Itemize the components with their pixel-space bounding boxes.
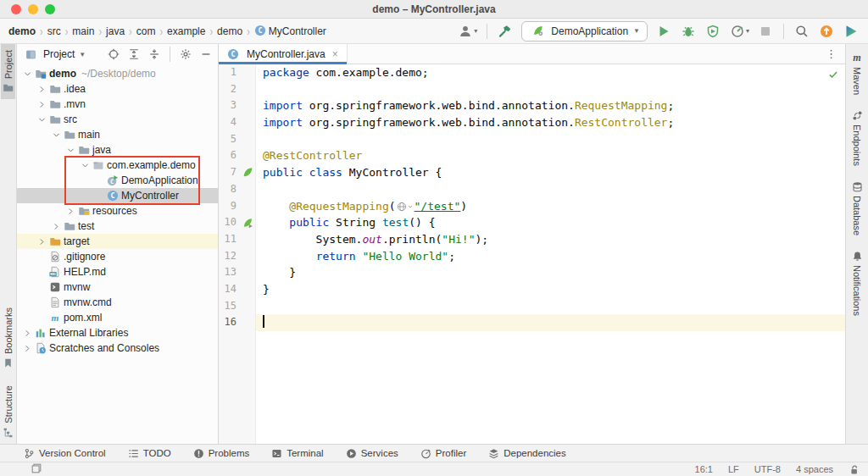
chevron-down-icon[interactable]: ▼ [633,27,640,35]
code-text[interactable] [256,181,845,198]
tree-toggle-down-icon[interactable] [36,115,47,125]
tree-item-.idea[interactable]: .idea [17,81,218,97]
status-line-separator[interactable]: LF [728,464,739,474]
code-text[interactable] [256,81,845,98]
tree-item-target[interactable]: target [17,234,218,249]
debug-button[interactable] [680,23,697,40]
code-text[interactable]: } [256,281,845,298]
breadcrumb-item-java[interactable]: java [106,25,125,37]
tree-toggle-right-icon[interactable] [36,100,47,109]
ide-play-button[interactable] [843,23,860,40]
code-text[interactable]: } [256,264,845,281]
locate-icon[interactable] [107,47,120,61]
tool-stripe-structure[interactable]: Structure [1,379,15,444]
code-text[interactable]: System.out.println("Hi!"); [256,231,845,248]
profiler-button[interactable]: ▾ [729,23,749,40]
tree-item-pom.xml[interactable]: mpom.xml [17,310,218,325]
tree-toggle-down-icon[interactable] [22,69,33,79]
tool-window-button-version-control[interactable]: Version Control [24,448,106,459]
gear-icon[interactable] [179,47,192,61]
code-line-10[interactable]: 10 public String test() { [219,214,845,231]
code-line-3[interactable]: 3import org.springframework.web.bind.ann… [219,97,845,114]
tool-stripe-endpoints[interactable]: Endpoints [850,102,865,174]
code-line-13[interactable]: 13 } [219,264,845,281]
coverage-button[interactable] [704,23,721,40]
code-line-2[interactable]: 2 [219,81,845,98]
tool-window-button-todo[interactable]: TODO [128,448,171,459]
chevron-down-icon[interactable]: ▾ [746,27,749,35]
code-text[interactable]: return "Hello World"; [256,248,845,265]
code-text[interactable]: import org.springframework.web.bind.anno… [256,114,845,131]
window-layout-icon[interactable] [31,462,42,474]
breadcrumb-item-com[interactable]: com [136,25,156,37]
editor-tab-mycontroller[interactable]: C MyController.java × [219,44,348,64]
tree-item-mycontroller[interactable]: CMyController [17,188,218,203]
tool-window-button-profiler[interactable]: Profiler [420,448,466,459]
build-project-button[interactable] [497,23,514,40]
tree-item-scratches-and-consoles[interactable]: Scratches and Consoles [17,340,218,356]
code-text[interactable]: public String test() { [256,214,845,231]
stop-button[interactable] [757,23,774,40]
update-button[interactable] [818,23,835,40]
tree-item-com.example.demo[interactable]: com.example.demo [17,158,218,173]
tree-toggle-right-icon[interactable] [51,222,62,231]
tool-window-button-terminal[interactable]: Terminal [271,448,323,459]
tool-stripe-project[interactable]: Project [1,44,15,99]
tree-item-main[interactable]: main [17,127,218,142]
code-text[interactable] [256,131,845,148]
project-view-selector[interactable]: Project [43,48,75,60]
tree-item-mvnw[interactable]: mvnw [17,280,218,295]
code-editor[interactable]: 1package com.example.demo;23import org.s… [219,64,845,444]
code-line-14[interactable]: 14} [219,281,845,298]
search-everywhere-button[interactable] [793,23,810,40]
code-line-4[interactable]: 4import org.springframework.web.bind.ann… [219,114,845,131]
tree-toggle-right-icon[interactable] [22,329,33,338]
breadcrumb-item-main[interactable]: main [72,25,94,37]
tree-item-demo[interactable]: demo~/Desktop/demo [17,66,218,81]
breadcrumb-item-src[interactable]: src [47,25,61,37]
breadcrumb-item-demo[interactable]: demo [217,25,242,37]
code-line-8[interactable]: 8 [219,181,845,198]
spring-leaf-gutter-icon[interactable] [239,164,256,181]
minimize-window-button[interactable] [28,4,38,14]
tree-toggle-right-icon[interactable] [65,207,76,216]
status-caret-position[interactable]: 16:1 [695,464,713,474]
chevron-down-icon[interactable]: ▾ [474,27,477,35]
status-encoding[interactable]: UTF-8 [754,464,781,474]
code-text[interactable]: import org.springframework.web.bind.anno… [256,97,845,114]
tree-toggle-down-icon[interactable] [65,146,76,155]
close-window-button[interactable] [11,4,21,14]
code-text[interactable]: public class MyController { [256,164,845,181]
code-line-6[interactable]: 6@RestController [219,147,845,164]
code-line-11[interactable]: 11 System.out.println("Hi!"); [219,231,845,248]
code-text[interactable]: @RequestMapping("/test") [256,198,845,215]
tree-toggle-right-icon[interactable] [36,85,47,94]
code-text[interactable] [256,298,845,315]
tool-window-button-services[interactable]: Services [346,448,398,459]
tree-item-demoapplication[interactable]: CDemoApplication [17,173,218,188]
tree-toggle-down-icon[interactable] [80,161,91,170]
tool-stripe-notifications[interactable]: Notifications [850,243,865,324]
hide-icon[interactable] [199,47,213,61]
code-line-5[interactable]: 5 [219,131,845,148]
breadcrumb-item-demo[interactable]: demo [8,25,36,37]
tree-toggle-right-icon[interactable] [22,344,33,353]
tool-stripe-bookmarks[interactable]: Bookmarks [1,302,15,374]
tree-toggle-right-icon[interactable] [36,237,47,246]
status-indent[interactable]: 4 spaces [796,464,833,474]
breadcrumb-item-example[interactable]: example [167,25,205,37]
tree-item-java[interactable]: java [17,142,218,158]
tree-item-help.md[interactable]: MDHELP.md [17,264,218,280]
chevron-down-icon[interactable]: ▼ [79,51,86,58]
profile-menu[interactable]: ▾ [457,23,477,40]
code-text[interactable] [256,314,845,331]
tree-item-.gitignore[interactable]: .gitignore [17,249,218,264]
spring-leaf-run-gutter-icon[interactable] [239,214,256,231]
code-line-9[interactable]: 9 @RequestMapping("/test") [219,198,845,215]
code-text[interactable]: package com.example.demo; [256,64,845,81]
code-line-7[interactable]: 7public class MyController { [219,164,845,181]
run-button[interactable] [655,23,672,40]
expand-all-icon[interactable] [127,47,141,61]
tool-window-button-dependencies[interactable]: Dependencies [488,448,566,459]
tree-item-mvnw.cmd[interactable]: mvnw.cmd [17,295,218,310]
